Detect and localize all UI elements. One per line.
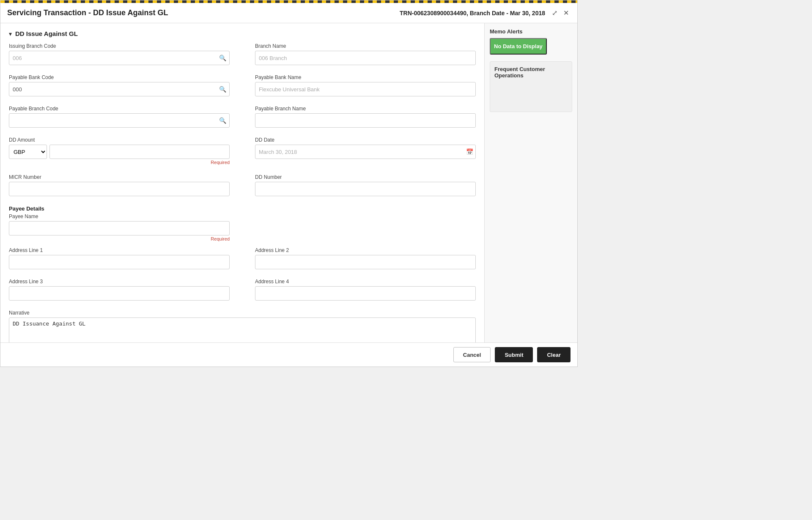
payable-bank-code-field: Payable Bank Code 🔍 (9, 74, 230, 96)
issuing-branch-code-label: Issuing Branch Code (9, 43, 230, 49)
memo-alerts-title: Memo Alerts (490, 28, 572, 35)
address-line4-field: Address Line 4 (255, 279, 476, 301)
main-window: Servicing Transaction - DD Issue Against… (0, 0, 578, 367)
amount-input-wrapper: Required (49, 145, 230, 165)
payable-bank-name-label: Payable Bank Name (255, 74, 476, 80)
dd-amount-field: DD Amount GBP USD EUR Required (9, 137, 230, 165)
submit-button[interactable]: Submit (495, 347, 533, 362)
address-line1-input[interactable] (9, 255, 230, 269)
payable-branch-name-input[interactable] (255, 113, 476, 128)
address-line2-wrapper (255, 255, 476, 269)
address-line2-input[interactable] (255, 255, 476, 269)
window-title: Servicing Transaction - DD Issue Against… (7, 8, 168, 17)
frequent-ops-title: Frequent Customer Operations (494, 66, 568, 79)
dd-amount-input[interactable] (49, 145, 230, 159)
payable-branch-name-wrapper (255, 113, 476, 128)
dd-amount-date-grid: DD Amount GBP USD EUR Required (9, 137, 476, 171)
address-line4-label: Address Line 4 (255, 279, 476, 285)
payee-name-input[interactable] (9, 221, 230, 235)
dd-number-input[interactable] (255, 182, 476, 196)
branch-name-input[interactable] (255, 51, 476, 65)
top-form-grid: Issuing Branch Code 🔍 Branch Name (9, 43, 476, 71)
micr-number-input[interactable] (9, 182, 230, 196)
dd-number-wrapper (255, 182, 476, 196)
address-line1-field: Address Line 1 (9, 247, 230, 269)
micr-dd-grid: MICR Number DD Number (9, 174, 476, 202)
narrative-field: Narrative DD Issuance Against GL (9, 310, 476, 342)
footer-bar: Cancel Submit Clear (0, 342, 577, 367)
issuing-branch-code-wrapper: 🔍 (9, 51, 230, 65)
address-line4-wrapper (255, 286, 476, 301)
frequent-ops-panel: Frequent Customer Operations (490, 61, 572, 112)
payable-bank-name-wrapper (255, 82, 476, 96)
issuing-branch-code-search[interactable]: 🔍 (215, 51, 230, 65)
resize-icon[interactable]: ⤢ (550, 8, 559, 18)
section-header: ▾ DD Issue Against GL (9, 30, 476, 37)
section-chevron[interactable]: ▾ (9, 30, 12, 37)
sidebar: Memo Alerts No Data to Display Frequent … (484, 23, 577, 342)
payable-branch-code-wrapper: 🔍 (9, 113, 230, 128)
payee-name-label: Payee Name (9, 213, 230, 219)
payable-bank-code-wrapper: 🔍 (9, 82, 230, 96)
payable-branch-code-search[interactable]: 🔍 (215, 113, 230, 128)
issuing-branch-code-field: Issuing Branch Code 🔍 (9, 43, 230, 65)
title-bar-icons: ⤢ ✕ (550, 8, 571, 18)
address-12-grid: Address Line 1 Address Line 2 (9, 247, 476, 275)
payee-name-required: Required (9, 236, 230, 241)
payable-branch-code-field: Payable Branch Code 🔍 (9, 106, 230, 128)
dd-date-label: DD Date (255, 137, 476, 143)
narrative-label: Narrative (9, 310, 476, 316)
issuing-branch-code-input[interactable] (9, 51, 230, 65)
address-line2-label: Address Line 2 (255, 247, 476, 253)
payee-details-label: Payee Details (9, 205, 476, 212)
dd-date-input[interactable] (255, 145, 476, 159)
dd-amount-required: Required (49, 160, 230, 165)
micr-number-label: MICR Number (9, 174, 230, 180)
payable-bank-code-search[interactable]: 🔍 (215, 82, 230, 96)
memo-alerts-container: Memo Alerts No Data to Display (490, 28, 572, 56)
title-bar: Servicing Transaction - DD Issue Against… (0, 3, 577, 23)
cancel-button[interactable]: Cancel (453, 347, 491, 362)
currency-select[interactable]: GBP USD EUR (9, 145, 47, 159)
address-line4-input[interactable] (255, 286, 476, 301)
branch-name-field: Branch Name (255, 43, 476, 65)
payable-branch-grid: Payable Branch Code 🔍 Payable Branch Nam… (9, 106, 476, 134)
dd-amount-label: DD Amount (9, 137, 230, 143)
dd-number-label: DD Number (255, 174, 476, 180)
dd-number-field: DD Number (255, 174, 476, 196)
payee-name-field: Payee Name Required (9, 213, 230, 241)
micr-number-wrapper (9, 182, 230, 196)
transaction-info: TRN-0062308900034490, Branch Date - Mar … (400, 10, 545, 16)
section-title: DD Issue Against GL (15, 30, 78, 37)
address-line3-field: Address Line 3 (9, 279, 230, 301)
close-icon[interactable]: ✕ (562, 8, 571, 18)
dd-amount-wrapper: GBP USD EUR Required (9, 145, 230, 165)
micr-number-field: MICR Number (9, 174, 230, 196)
payable-branch-name-field: Payable Branch Name (255, 106, 476, 128)
main-content: ▾ DD Issue Against GL Issuing Branch Cod… (0, 23, 577, 342)
payable-branch-name-label: Payable Branch Name (255, 106, 476, 112)
payable-bank-name-input[interactable] (255, 82, 476, 96)
address-line3-wrapper (9, 286, 230, 301)
dd-date-wrapper: 📅 (255, 145, 476, 159)
narrative-input[interactable]: DD Issuance Against GL (9, 317, 476, 342)
address-line1-label: Address Line 1 (9, 247, 230, 253)
dd-date-field: DD Date 📅 (255, 137, 476, 165)
clear-button[interactable]: Clear (537, 347, 571, 362)
memo-alerts-button[interactable]: No Data to Display (490, 38, 547, 55)
payable-branch-code-label: Payable Branch Code (9, 106, 230, 112)
payable-bank-code-label: Payable Bank Code (9, 74, 230, 80)
branch-name-wrapper (255, 51, 476, 65)
address-line3-input[interactable] (9, 286, 230, 301)
address-line2-field: Address Line 2 (255, 247, 476, 269)
payee-name-wrapper (9, 221, 230, 235)
payable-bank-grid: Payable Bank Code 🔍 Payable Bank Name (9, 74, 476, 102)
branch-name-label: Branch Name (255, 43, 476, 49)
title-bar-right: TRN-0062308900034490, Branch Date - Mar … (400, 8, 571, 18)
form-area: ▾ DD Issue Against GL Issuing Branch Cod… (0, 23, 484, 342)
payable-branch-code-input[interactable] (9, 113, 230, 128)
payable-bank-code-input[interactable] (9, 82, 230, 96)
address-line3-label: Address Line 3 (9, 279, 230, 285)
payee-name-grid: Payee Name Required (9, 213, 476, 247)
address-line1-wrapper (9, 255, 230, 269)
